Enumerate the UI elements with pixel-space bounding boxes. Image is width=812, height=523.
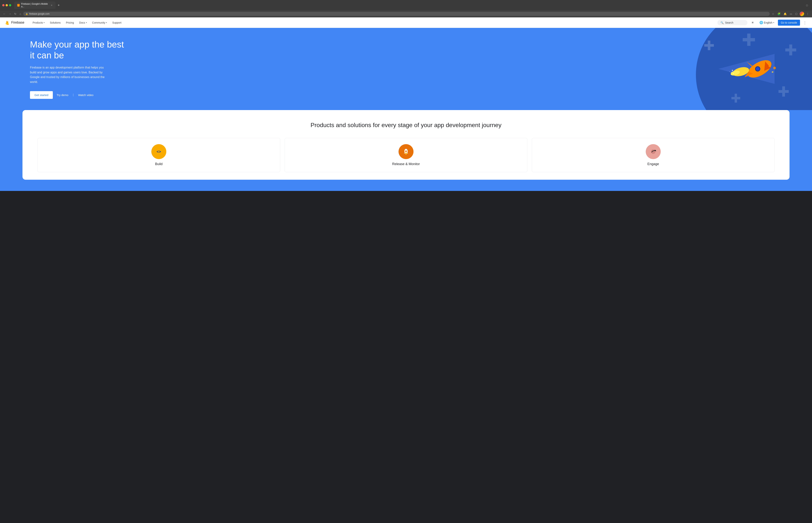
community-chevron-icon: ▾: [106, 21, 107, 23]
go-to-console-button[interactable]: Go to console: [778, 20, 800, 26]
refresh-button[interactable]: ↻: [14, 12, 17, 16]
tab-close-button[interactable]: ✕: [51, 4, 52, 6]
address-bar[interactable]: 🔒 firebase.google.com: [23, 12, 770, 16]
notifications-icon[interactable]: 🔔: [783, 12, 788, 16]
hero-section: ✚ ✚ ✚ ✚ ✚ Make your app the best it can …: [0, 28, 812, 110]
nav-item-support[interactable]: Support: [110, 20, 124, 26]
build-icon-circle: <>: [151, 144, 166, 159]
back-button[interactable]: ←: [2, 12, 6, 16]
nav-products-label: Products: [33, 21, 43, 24]
svg-point-9: [732, 70, 733, 71]
svg-point-12: [729, 72, 730, 72]
release-icon-circle: [399, 144, 413, 159]
release-rocket-icon: [402, 147, 410, 156]
language-selector[interactable]: 🌐 English ▾: [758, 20, 776, 25]
product-card-build[interactable]: <> Build: [37, 138, 280, 172]
nav-item-pricing[interactable]: Pricing: [64, 20, 76, 26]
browser-tabs: 🔥 Firebase | Google's Mobile a... ✕ +: [14, 1, 805, 9]
nav-docs-label: Docs: [79, 21, 85, 24]
browser-toolbar: ← → ↻ ⌂ 🔒 firebase.google.com ☆ 🧩 🔔 ▭ ⬡ …: [0, 11, 812, 17]
navbar-more-button[interactable]: ⋮: [802, 20, 808, 26]
traffic-lights: [2, 4, 11, 6]
nav-item-docs[interactable]: Docs ▾: [77, 20, 89, 26]
svg-point-11: [733, 73, 734, 74]
search-label: Search: [725, 21, 733, 24]
product-card-engage[interactable]: Engage: [532, 138, 775, 172]
navbar: Firebase Products ▾ Solutions Pricing Do…: [0, 17, 812, 28]
nav-solutions-label: Solutions: [50, 21, 61, 24]
tab-favicon: 🔥: [17, 4, 20, 6]
cast-icon[interactable]: ⬡: [794, 12, 798, 16]
nav-pricing-label: Pricing: [66, 21, 74, 24]
engage-chart-icon: [649, 147, 657, 156]
forward-button[interactable]: →: [8, 12, 12, 16]
browser-titlebar: 🔥 Firebase | Google's Mobile a... ✕ + ⬡: [0, 0, 812, 11]
try-demo-link[interactable]: Try demo: [56, 93, 68, 96]
products-grid: <> Build: [37, 138, 775, 172]
maximize-window-button[interactable]: [9, 4, 11, 6]
svg-point-15: [773, 67, 776, 69]
navbar-navigation: Products ▾ Solutions Pricing Docs ▾ Comm…: [30, 20, 718, 26]
language-label: English: [764, 21, 773, 24]
products-card: Products and solutions for every stage o…: [22, 110, 790, 180]
svg-text:<>: <>: [157, 149, 161, 154]
url-display: firebase.google.com: [29, 13, 50, 15]
nav-community-label: Community: [92, 21, 105, 24]
hero-description: Firebase is an app development platform …: [30, 65, 105, 84]
svg-point-21: [405, 150, 407, 152]
engage-product-name: Engage: [647, 162, 659, 166]
bookmark-icon[interactable]: ☆: [771, 12, 775, 16]
browser-chrome: 🔥 Firebase | Google's Mobile a... ✕ + ⬡ …: [0, 0, 812, 17]
svg-point-6: [756, 67, 760, 71]
more-button[interactable]: ⋮: [806, 12, 810, 16]
lang-chevron-icon: ▾: [773, 21, 774, 23]
profile-avatar[interactable]: [800, 12, 804, 16]
build-code-icon: <>: [155, 147, 163, 156]
sidebar-icon[interactable]: ▭: [789, 12, 793, 16]
svg-point-10: [731, 72, 731, 73]
hero-actions: Get started Try demo | Watch video: [30, 91, 127, 99]
hero-title: Make your app the best it can be: [30, 39, 127, 61]
docs-chevron-icon: ▾: [86, 21, 87, 23]
firebase-logo[interactable]: Firebase: [4, 20, 24, 25]
active-tab[interactable]: 🔥 Firebase | Google's Mobile a... ✕: [14, 1, 55, 9]
svg-point-24: [405, 152, 407, 155]
products-section-title: Products and solutions for every stage o…: [37, 121, 775, 129]
firebase-logo-text: Firebase: [11, 21, 24, 24]
search-icon: 🔍: [720, 21, 724, 24]
firebase-logo-icon: [4, 20, 10, 25]
navbar-right: 🔍 Search ☀ 🌐 English ▾ Go to console ⋮: [718, 19, 808, 26]
products-chevron-icon: ▾: [43, 21, 45, 23]
home-button[interactable]: ⌂: [19, 12, 22, 16]
ssl-lock-icon: 🔒: [25, 13, 28, 15]
hero-rocket-illustration: [703, 43, 793, 95]
new-tab-button[interactable]: +: [56, 3, 61, 7]
nav-support-label: Support: [112, 21, 121, 24]
globe-icon: 🌐: [759, 21, 763, 24]
build-product-name: Build: [155, 162, 162, 166]
tab-title: Firebase | Google's Mobile a...: [21, 3, 49, 8]
release-product-name: Release & Monitor: [392, 162, 420, 166]
get-started-button[interactable]: Get started: [30, 91, 53, 99]
window-resize-control: ⬡: [806, 3, 810, 7]
minimize-window-button[interactable]: [6, 4, 8, 6]
nav-item-solutions[interactable]: Solutions: [48, 20, 63, 26]
hero-link-divider: |: [73, 93, 74, 96]
theme-toggle-button[interactable]: ☀: [749, 19, 756, 26]
extensions-icon[interactable]: 🧩: [777, 12, 781, 16]
hero-content: Make your app the best it can be Firebas…: [30, 39, 127, 99]
engage-icon-circle: [646, 144, 661, 159]
close-window-button[interactable]: [2, 4, 4, 6]
nav-item-community[interactable]: Community ▾: [90, 20, 109, 26]
search-bar[interactable]: 🔍 Search: [718, 20, 747, 25]
product-card-release[interactable]: Release & Monitor: [285, 138, 527, 172]
browser-actions: ☆ 🧩 🔔 ▭ ⬡ ⋮: [771, 12, 810, 16]
products-section: Products and solutions for every stage o…: [0, 110, 812, 191]
watch-video-link[interactable]: Watch video: [78, 93, 93, 96]
nav-item-products[interactable]: Products ▾: [30, 20, 47, 26]
